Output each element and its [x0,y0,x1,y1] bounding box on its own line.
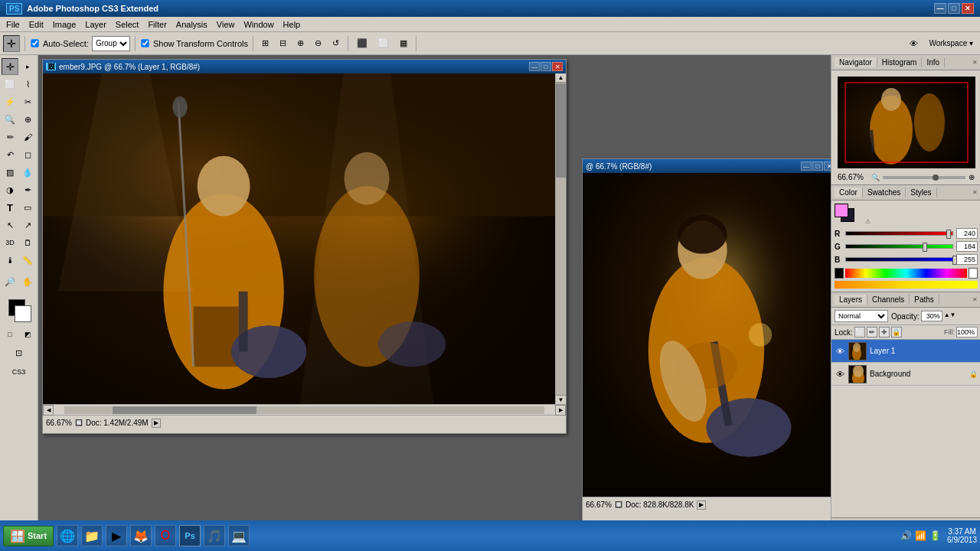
tab-navigator[interactable]: Navigator [835,57,877,67]
transform-btn-4[interactable]: ⊖ [311,36,325,51]
transform-btn-1[interactable]: ⊞ [258,36,273,51]
opacity-input[interactable] [921,311,942,321]
path-selection-tool[interactable]: ↖ [2,217,18,233]
menu-analysis[interactable]: Analysis [172,19,212,30]
menu-edit[interactable]: Edit [24,19,48,30]
doc-1-scroll-track[interactable] [556,83,566,395]
lock-move-btn[interactable]: ✛ [879,327,890,337]
doc-1-maximize[interactable]: □ [541,62,551,71]
doc-1-scroll-left[interactable]: ◀ [43,405,54,416]
lock-paint-btn[interactable]: ✏ [867,327,877,337]
taskbar-photoshop[interactable]: Ps [179,525,201,546]
doc-1-close[interactable]: ✕ [552,62,563,71]
tab-color[interactable]: Color [835,187,863,197]
g-value[interactable] [956,241,978,252]
taskbar-explorer2[interactable]: 💻 [228,525,250,546]
menu-file[interactable]: File [2,19,24,30]
move-tool-button[interactable]: ✛ [3,35,20,52]
brush-tool[interactable]: ✏ [2,129,18,145]
menu-view[interactable]: View [212,19,240,30]
move-tool[interactable]: ✛ [2,58,18,75]
align-btn-1[interactable]: ⬛ [353,36,371,51]
3d-rotate-tool[interactable]: 3D [2,234,18,251]
direct-selection-tool[interactable]: ↗ [19,217,36,233]
tab-layers[interactable]: Layers [835,295,867,305]
zoom-in-btn[interactable]: ⊕ [969,173,975,181]
zoom-slider[interactable] [883,176,965,179]
dodge-tool[interactable]: ◑ [2,181,18,198]
doc-window-1-titlebar[interactable]: 🖼 ember9.JPG @ 66.7% (Layer 1, RGB/8#) —… [43,60,566,73]
align-btn-3[interactable]: ▦ [396,36,411,51]
align-btn-2[interactable]: ⬜ [374,36,393,51]
spot-healing-tool[interactable]: ⊕ [19,111,36,128]
b-slider[interactable] [845,257,953,262]
taskbar-opera[interactable]: O [155,525,176,546]
history-brush-tool[interactable]: ↶ [2,146,18,163]
pen-tool[interactable]: ✒ [19,181,36,198]
doc-1-scroll-down[interactable]: ▼ [556,395,566,404]
doc-1-scroll-up[interactable]: ▲ [556,73,566,83]
marquee-tool[interactable]: ⬜ [2,76,18,93]
doc-1-scroll-right[interactable]: ▶ [555,405,566,416]
hand-tool[interactable]: ✋ [19,273,36,290]
lasso-tool[interactable]: ⌇ [19,76,36,93]
warm-spectrum[interactable] [835,281,978,289]
shape-tool[interactable]: ▭ [19,199,36,216]
g-slider[interactable] [845,244,953,249]
start-button[interactable]: 🪟 Start [3,526,54,546]
background-color[interactable] [15,305,31,322]
layer-row-layer1[interactable]: 👁 Layer 1 [831,340,980,363]
lock-pixels-btn[interactable]: ⬜ [854,327,865,337]
taskbar-ie[interactable]: 🌐 [57,525,78,546]
show-transform-checkbox[interactable] [141,39,149,47]
tab-info[interactable]: Info [922,57,945,67]
auto-select-checkbox[interactable] [31,39,38,47]
standard-mode-btn[interactable]: □ [2,326,18,343]
white-swatch[interactable] [969,268,978,279]
menu-layer[interactable]: Layer [80,19,111,30]
gradient-tool[interactable]: ▨ [2,164,18,181]
doc-1-info-arrow[interactable]: ▶ [152,419,161,428]
fill-input[interactable] [956,327,978,337]
layer-row-background[interactable]: 👁 Background 🔒 [831,363,980,386]
annotation-tool[interactable]: 🗒 [19,234,36,251]
doc-1-canvas[interactable] [43,73,555,404]
doc-2-minimize[interactable]: — [801,161,812,171]
tab-channels[interactable]: Channels [867,295,910,305]
workspace-button[interactable]: Workspace ▾ [925,37,977,50]
doc-1-hscroll-track[interactable] [64,406,544,414]
transform-btn-3[interactable]: ⊕ [293,36,308,51]
transform-btn-2[interactable]: ⊟ [276,36,290,51]
transform-btn-5[interactable]: ↺ [328,36,343,51]
eyedropper-tool[interactable]: 🔍 [2,111,18,128]
blend-mode-select[interactable]: Normal Multiply Screen Overlay [835,310,888,322]
opacity-spinner[interactable]: ▲▼ [944,311,952,321]
type-tool[interactable]: T [2,199,18,216]
tab-paths[interactable]: Paths [910,295,939,305]
maximize-button[interactable]: □ [948,3,960,14]
tab-styles[interactable]: Styles [906,187,936,197]
eyedropper-tool-2[interactable]: 🌡 [2,252,18,269]
menu-image[interactable]: Image [48,19,81,30]
tab-histogram[interactable]: Histogram [877,57,923,67]
foreground-swatch[interactable] [835,204,848,217]
measure-tool[interactable]: 📏 [19,252,36,269]
blur-tool[interactable]: 💧 [19,164,36,181]
taskbar-wmp2[interactable]: 🎵 [204,525,225,546]
navigator-close[interactable]: ✕ [972,59,978,66]
taskbar-firefox[interactable]: 🦊 [130,525,152,546]
magic-wand-tool[interactable]: ⚡ [2,93,18,110]
b-thumb[interactable] [952,256,957,265]
view-extras-button[interactable]: 👁 [906,37,922,51]
menu-help[interactable]: Help [279,19,305,30]
layer1-visibility[interactable]: 👁 [835,346,845,357]
g-thumb[interactable] [923,243,927,252]
doc-1-vscroll[interactable]: ▲ ▼ [555,73,566,404]
lasso-config-tool[interactable]: ▸ [19,58,36,75]
minimize-button[interactable]: — [934,3,946,14]
r-value[interactable] [956,228,978,239]
tab-swatches[interactable]: Swatches [863,187,906,197]
screen-mode-btn[interactable]: ⊡ [8,344,31,361]
auto-select-dropdown[interactable]: Group Layer [92,36,130,51]
layers-close[interactable]: ✕ [972,296,978,303]
